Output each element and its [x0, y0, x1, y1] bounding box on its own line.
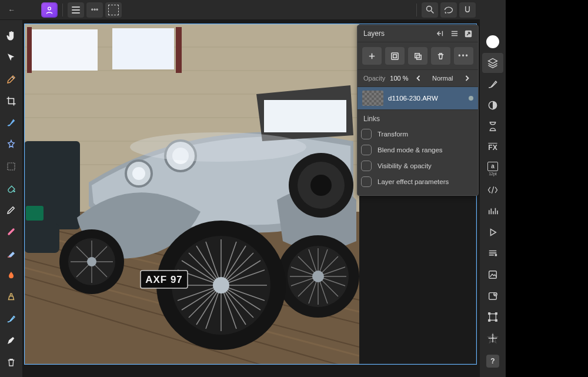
svg-rect-65	[392, 52, 398, 59]
right-studio-rail: FX a 12pt ?	[480, 0, 506, 377]
documents-grid-button[interactable]	[22, 2, 39, 18]
paint-brush-tool[interactable]	[5, 204, 18, 216]
lasso-view-button[interactable]	[440, 2, 457, 18]
pen-tool[interactable]	[5, 335, 18, 347]
links-section-title: Links	[358, 109, 478, 126]
erase-tool[interactable]	[5, 248, 18, 260]
svg-point-79	[492, 337, 494, 339]
svg-rect-78	[496, 320, 497, 322]
layers-studio-button[interactable]	[482, 53, 503, 73]
blend-prev-button[interactable]	[413, 75, 423, 82]
layers-panel: Layers ••• Opacity 100 %	[357, 25, 479, 196]
clone-stamp-tool[interactable]	[5, 291, 18, 303]
document-image: AXF 97	[24, 24, 359, 365]
mask-layer-button[interactable]	[385, 47, 405, 65]
svg-point-1	[426, 6, 432, 11]
history-studio-button[interactable]	[482, 116, 503, 136]
link-fx-label: Layer effect parameters	[377, 178, 449, 185]
layer-options-button[interactable]: •••	[454, 47, 473, 65]
sources-studio-button[interactable]	[482, 180, 503, 200]
marquee-tool[interactable]	[5, 160, 18, 172]
link-blend[interactable]: Blend mode & ranges	[361, 145, 475, 155]
svg-rect-15	[27, 27, 32, 73]
zoom-button[interactable]	[422, 2, 438, 18]
pixel-tool[interactable]	[5, 226, 18, 238]
transform-studio-button[interactable]	[482, 307, 503, 327]
document-menu-button[interactable]	[68, 2, 84, 18]
opacity-label: Opacity	[363, 75, 385, 82]
license-plate-text: AXF 97	[145, 274, 183, 285]
assets-studio-button[interactable]	[482, 286, 503, 306]
auto-select-tool[interactable]	[5, 138, 18, 151]
svg-rect-13	[30, 29, 98, 71]
link-fx[interactable]: Layer effect parameters	[361, 176, 475, 187]
svg-rect-76	[496, 313, 497, 315]
move-tool[interactable]	[5, 51, 18, 64]
panel-collapse-icon[interactable]	[436, 30, 445, 37]
stock-studio-button[interactable]	[482, 265, 503, 285]
navigator-studio-button[interactable]	[482, 328, 503, 348]
crop-tool[interactable]	[5, 95, 18, 107]
link-blend-label: Blend mode & ranges	[377, 146, 443, 154]
svg-point-61	[87, 257, 96, 266]
channels-studio-button[interactable]	[482, 201, 503, 221]
svg-rect-19	[24, 223, 59, 253]
layer-thumbnail	[362, 91, 383, 106]
svg-rect-66	[393, 54, 397, 58]
view-hand-tool[interactable]	[5, 29, 18, 42]
svg-rect-20	[26, 206, 44, 221]
edit-selection-button[interactable]	[105, 2, 122, 18]
layer-row[interactable]: d1106-230.ARW	[358, 87, 478, 109]
svg-point-28	[310, 175, 332, 196]
color-picker-tool[interactable]	[5, 73, 18, 85]
svg-point-0	[48, 7, 51, 10]
svg-rect-70	[495, 254, 497, 256]
svg-rect-75	[489, 313, 490, 315]
duplicate-layer-button[interactable]	[408, 47, 427, 65]
svg-rect-74	[490, 314, 496, 321]
svg-point-25	[132, 167, 145, 180]
opacity-value[interactable]: 100 %	[390, 75, 408, 82]
help-button[interactable]: ?	[482, 351, 503, 371]
back-button[interactable]: ←	[4, 2, 20, 18]
layers-panel-title: Layers	[363, 29, 385, 38]
left-tool-rail	[0, 20, 22, 377]
snapping-button[interactable]	[459, 2, 476, 18]
color-swatch[interactable]	[482, 32, 503, 52]
link-visibility[interactable]: Visibility & opacity	[361, 161, 475, 171]
delete-layer-button[interactable]	[431, 47, 450, 65]
add-layer-button[interactable]	[362, 47, 382, 65]
svg-rect-68	[417, 55, 422, 59]
more-menu-button[interactable]: •••	[86, 2, 103, 18]
svg-point-5	[14, 191, 15, 192]
link-transform-label: Transform	[377, 131, 408, 138]
panel-popout-icon[interactable]	[465, 30, 472, 38]
panel-list-icon[interactable]	[450, 30, 459, 37]
adjustments-studio-button[interactable]	[482, 95, 503, 115]
svg-rect-16	[176, 27, 182, 73]
text-size-label: 12pt	[487, 172, 498, 176]
svg-point-63	[130, 132, 306, 162]
top-toolbar: ← •••	[0, 0, 506, 20]
delete-tool[interactable]	[5, 356, 18, 369]
svg-point-54	[213, 277, 229, 293]
brush-studio-button[interactable]	[482, 74, 503, 94]
link-visibility-label: Visibility & opacity	[377, 162, 432, 169]
svg-rect-67	[415, 53, 420, 58]
blend-mode-value[interactable]: Normal	[432, 75, 453, 82]
svg-rect-77	[489, 320, 490, 322]
layer-visibility-dot[interactable]	[469, 96, 473, 101]
svg-point-39	[312, 271, 324, 282]
inpainting-tool[interactable]	[5, 269, 18, 282]
play-macro-button[interactable]	[482, 222, 503, 242]
paragraph-studio-button[interactable]	[482, 243, 503, 263]
svg-rect-21	[264, 100, 346, 132]
flood-fill-tool[interactable]	[5, 182, 18, 194]
link-transform[interactable]: Transform	[361, 129, 475, 139]
paint-mixer-tool[interactable]	[5, 313, 18, 325]
photo-persona-button[interactable]	[41, 2, 58, 18]
text-studio-button[interactable]: a 12pt	[482, 159, 503, 179]
fx-studio-button[interactable]: FX	[482, 138, 503, 158]
selection-brush-tool[interactable]	[5, 116, 18, 129]
blend-next-button[interactable]	[462, 75, 472, 82]
